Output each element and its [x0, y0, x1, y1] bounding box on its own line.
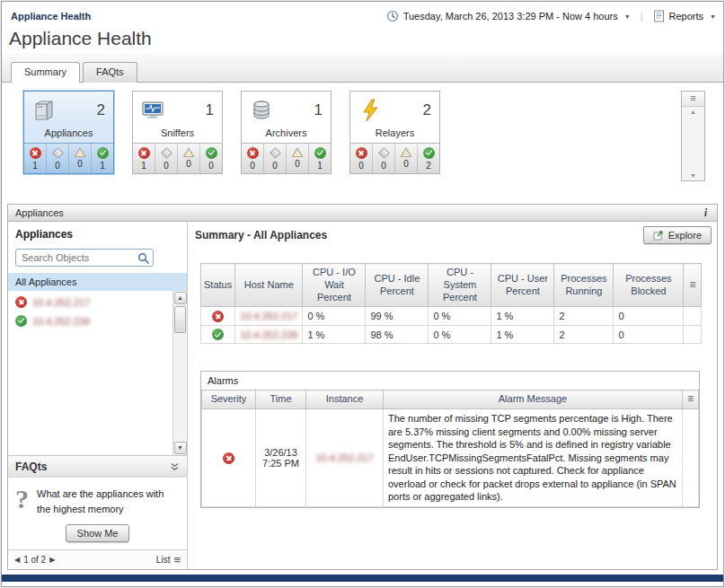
- fatal-diamond-icon: [378, 147, 390, 159]
- scrollbar-thumb[interactable]: [174, 306, 186, 333]
- status-warning-cell[interactable]: 0: [287, 144, 309, 173]
- error-icon: [212, 311, 224, 322]
- tile-status-strip: 1 0 0 1: [24, 143, 113, 173]
- scroll-down-icon[interactable]: ▼: [690, 172, 696, 179]
- info-icon[interactable]: i: [702, 206, 710, 220]
- status-normal-cell[interactable]: 0: [200, 144, 222, 173]
- column-header[interactable]: Time: [256, 391, 306, 409]
- cell-user: 1 %: [491, 307, 554, 326]
- dashboard-title: Appliances: [15, 207, 64, 218]
- prev-page-icon[interactable]: ◀: [14, 556, 20, 564]
- column-header[interactable]: Alarm Message: [384, 391, 683, 409]
- column-header[interactable]: Status: [201, 264, 235, 307]
- explore-button[interactable]: Explore: [643, 226, 712, 244]
- status-fatal-cell[interactable]: 0: [264, 144, 287, 173]
- show-me-button[interactable]: Show Me: [66, 524, 130, 542]
- column-header[interactable]: Processes Running: [554, 264, 614, 307]
- tile-count: 2: [423, 101, 431, 119]
- column-header[interactable]: CPU - Idle Percent: [366, 264, 429, 307]
- archiver-database-icon: [248, 97, 275, 124]
- cell-proc-blocked: 0: [614, 325, 684, 344]
- host-name-redacted[interactable]: 10.4.252.217: [240, 311, 297, 321]
- faqts-list-toggle[interactable]: List ≡: [156, 554, 181, 566]
- tile-scroll-track[interactable]: ▲ ▼: [682, 107, 704, 180]
- list-scrollbar[interactable]: ▲ ▼: [172, 291, 187, 455]
- column-header[interactable]: Processes Blocked: [614, 264, 684, 307]
- appliances-dashboard: Appliances i Appliances All Appliances 1…: [7, 204, 718, 570]
- customize-columns-header: ≡: [684, 264, 702, 307]
- status-normal-cell[interactable]: 1: [92, 144, 113, 173]
- column-header[interactable]: Instance: [306, 391, 384, 409]
- tile-sniffers[interactable]: 1 Sniffers 1 0 0 0: [132, 91, 223, 174]
- status-warning-cell[interactable]: 0: [395, 144, 418, 173]
- breadcrumb[interactable]: Appliance Health: [11, 11, 91, 22]
- status-count: 0: [403, 159, 409, 169]
- status-fatal-cell[interactable]: 0: [155, 144, 178, 173]
- dashboard-header: Appliances i: [8, 205, 717, 222]
- column-header[interactable]: CPU - I/O Wait Percent: [303, 264, 366, 307]
- tile-relayers[interactable]: 2 Relayers 0 0 0 2: [349, 91, 440, 174]
- status-normal-cell[interactable]: 2: [418, 144, 439, 173]
- tile-archivers[interactable]: 1 Archivers 0 0 0 1: [241, 91, 332, 174]
- time-range-control[interactable]: Tuesday, March 26, 2013 3:29 PM - Now 4 …: [386, 10, 631, 22]
- host-name-redacted[interactable]: 10.4.252.239: [240, 329, 297, 340]
- list-icon: ≡: [173, 554, 181, 566]
- tab-summary[interactable]: Summary: [11, 62, 80, 83]
- customize-columns-icon[interactable]: ≡: [687, 392, 694, 405]
- cell-io-wait: 0 %: [303, 307, 366, 326]
- list-item[interactable]: 10.4.252.217: [8, 291, 172, 310]
- alarm-instance-redacted[interactable]: 10.4.252.217: [315, 452, 373, 463]
- table-row[interactable]: 10.4.252.239 1 % 98 % 0 % 1 % 2 0: [201, 325, 702, 344]
- alarms-title: Alarms: [201, 372, 699, 390]
- time-range-caret-icon: ▼: [624, 13, 631, 20]
- column-header[interactable]: Severity: [202, 391, 256, 409]
- status-warning-cell[interactable]: 0: [69, 144, 92, 173]
- search-icon[interactable]: [137, 252, 149, 264]
- tile-status-strip: 0 0 0 2: [350, 143, 439, 173]
- footer-bar: [2, 575, 723, 582]
- summary-content: Status Host Name CPU - I/O Wait Percent …: [188, 249, 717, 569]
- status-fatal-cell[interactable]: 0: [373, 144, 395, 173]
- status-error-cell[interactable]: 1: [24, 144, 47, 173]
- cell-user: 1 %: [491, 325, 554, 344]
- cell-proc-blocked: 0: [614, 307, 684, 326]
- appliance-host-redacted: 10.4.252.217: [32, 297, 90, 308]
- status-error-cell[interactable]: 0: [350, 144, 373, 173]
- status-normal-cell[interactable]: 1: [309, 144, 331, 173]
- faqts-question: What are the appliances with the highest…: [37, 486, 180, 516]
- sniffer-monitor-icon: [139, 97, 166, 124]
- scroll-up-icon[interactable]: ▲: [690, 109, 696, 115]
- status-warning-cell[interactable]: 0: [178, 144, 200, 173]
- fatal-diamond-icon: [52, 147, 64, 159]
- status-error-cell[interactable]: 0: [242, 144, 264, 173]
- tab-faqts[interactable]: FAQts: [83, 62, 137, 83]
- column-header[interactable]: CPU - User Percent: [491, 264, 554, 307]
- tile-options-icon[interactable]: ≡: [682, 92, 704, 107]
- faqts-footer: ◀ 1 of 2 ▶ List ≡: [8, 549, 187, 569]
- status-fatal-cell[interactable]: 0: [47, 144, 69, 173]
- tab-strip: Summary FAQts: [2, 53, 723, 83]
- next-page-icon[interactable]: ▶: [49, 556, 55, 564]
- tile-appliances[interactable]: 2 Appliances 1 0 0 1: [23, 91, 114, 174]
- table-row[interactable]: 10.4.252.217 0 % 99 % 0 % 1 % 2 0: [201, 307, 702, 326]
- search-input[interactable]: [20, 251, 137, 264]
- status-error-cell[interactable]: 1: [133, 144, 155, 173]
- scroll-up-icon[interactable]: ▲: [174, 292, 187, 304]
- collapse-chevrons-icon[interactable]: [170, 462, 180, 471]
- list-item[interactable]: 10.4.252.239: [8, 310, 172, 329]
- column-header[interactable]: Host Name: [235, 264, 303, 307]
- sidebar-item-all-appliances[interactable]: All Appliances: [8, 273, 187, 291]
- cell-io-wait: 1 %: [303, 325, 366, 344]
- explore-label: Explore: [668, 230, 702, 241]
- error-icon: [247, 147, 259, 159]
- column-header[interactable]: CPU - System Percent: [429, 264, 491, 307]
- status-count: 0: [381, 161, 386, 171]
- reports-menu[interactable]: Reports ▼: [653, 10, 716, 22]
- summary-header: Summary - All Appliances Explore: [188, 222, 717, 249]
- explore-icon: [653, 230, 664, 241]
- alarm-row[interactable]: 3/26/13 7:25 PM 10.4.252.217 The number …: [202, 409, 699, 507]
- scroll-down-icon[interactable]: ▼: [174, 442, 187, 454]
- customize-columns-icon[interactable]: ≡: [689, 278, 695, 291]
- tile-count: 1: [314, 101, 323, 119]
- faqts-pager: ◀ 1 of 2 ▶: [14, 555, 55, 565]
